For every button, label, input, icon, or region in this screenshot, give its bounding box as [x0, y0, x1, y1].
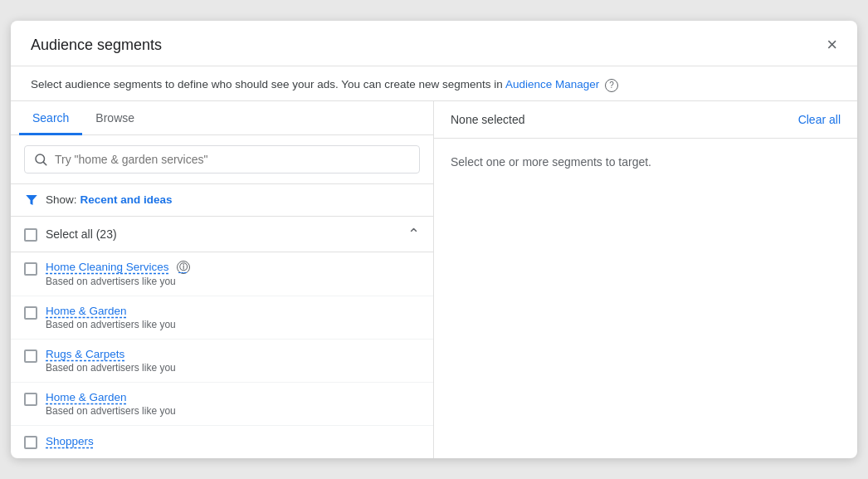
none-selected-label: None selected	[451, 113, 525, 126]
item-text-2: Home & Garden Based on advertisers like …	[46, 305, 176, 330]
search-row	[11, 135, 433, 184]
modal-header: Audience segments ×	[11, 21, 857, 66]
item-name-3[interactable]: Rugs & Carpets	[46, 348, 176, 360]
item-text-4: Home & Garden Based on advertisers like …	[46, 391, 176, 417]
collapse-icon[interactable]: ⌃	[407, 225, 420, 243]
modal-body: Search Browse Show: Recent	[11, 101, 857, 458]
svg-marker-2	[26, 195, 37, 205]
item-text-1: Home Cleaning Services ⓘ Based on advert…	[46, 261, 190, 287]
filter-value[interactable]: Recent and ideas	[80, 193, 173, 206]
item-checkbox-4[interactable]	[24, 393, 37, 406]
left-panel: Search Browse Show: Recent	[11, 101, 434, 458]
modal-description: Select audience segments to define who s…	[11, 66, 857, 100]
item-sub-1: Based on advertisers like you	[46, 276, 190, 287]
list-item: Home Cleaning Services ⓘ Based on advert…	[11, 252, 433, 296]
right-empty-message: Select one or more segments to target.	[434, 139, 857, 458]
tab-browse[interactable]: Browse	[82, 101, 148, 135]
partial-item-name[interactable]: Shoppers	[46, 435, 94, 447]
item-checkbox-1[interactable]	[24, 262, 37, 276]
list-item: Home & Garden Based on advertisers like …	[11, 383, 433, 426]
item-name-4[interactable]: Home & Garden	[46, 391, 176, 403]
item-sub-3: Based on advertisers like you	[46, 362, 176, 374]
item-text-3: Rugs & Carpets Based on advertisers like…	[46, 348, 176, 374]
filter-label: Show:	[46, 193, 77, 206]
list-item: Rugs & Carpets Based on advertisers like…	[11, 340, 433, 383]
close-icon[interactable]: ×	[827, 36, 837, 54]
modal-title: Audience segments	[31, 37, 162, 54]
segment-list: Home Cleaning Services ⓘ Based on advert…	[11, 252, 433, 458]
select-all-row: Select all (23) ⌃	[11, 217, 433, 252]
svg-line-1	[43, 162, 46, 164]
item-checkbox-3[interactable]	[24, 349, 37, 363]
item-name-1[interactable]: Home Cleaning Services ⓘ	[46, 261, 190, 274]
clear-all-button[interactable]: Clear all	[798, 113, 841, 126]
description-text: Select audience segments to define who s…	[31, 78, 505, 90]
list-item: Home & Garden Based on advertisers like …	[11, 296, 433, 340]
item-checkbox-2[interactable]	[24, 306, 37, 320]
tab-search[interactable]: Search	[19, 101, 82, 135]
info-icon-1: ⓘ	[177, 261, 190, 274]
item-sub-2: Based on advertisers like you	[46, 319, 176, 330]
right-header: None selected Clear all	[434, 101, 857, 139]
search-input-wrap	[24, 145, 420, 174]
filter-icon	[24, 193, 39, 208]
select-all-checkbox[interactable]	[24, 228, 37, 242]
audience-manager-link[interactable]: Audience Manager	[505, 78, 599, 90]
select-all-left: Select all (23)	[24, 227, 117, 242]
item-name-2[interactable]: Home & Garden	[46, 305, 176, 317]
audience-segments-modal: Audience segments × Select audience segm…	[11, 21, 857, 457]
partial-list-item: Shoppers	[11, 426, 433, 457]
item-checkbox-5[interactable]	[24, 436, 37, 449]
tabs: Search Browse	[11, 101, 433, 135]
filter-row: Show: Recent and ideas	[11, 184, 433, 217]
right-panel: None selected Clear all Select one or mo…	[434, 101, 857, 458]
item-sub-4: Based on advertisers like you	[46, 405, 176, 417]
search-icon	[33, 152, 48, 167]
select-all-label: Select all (23)	[46, 227, 117, 241]
search-input[interactable]	[55, 153, 411, 166]
empty-message-text: Select one or more segments to target.	[451, 155, 651, 169]
help-icon: ?	[605, 79, 618, 92]
